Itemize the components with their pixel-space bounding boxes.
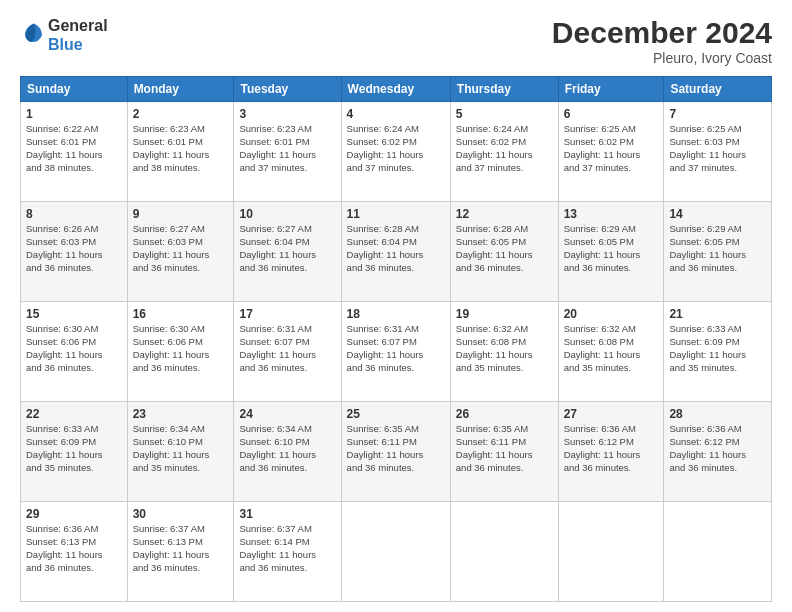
day-detail: Sunrise: 6:32 AM Sunset: 6:08 PM Dayligh…: [456, 323, 553, 374]
calendar-day-cell: 7Sunrise: 6:25 AM Sunset: 6:03 PM Daylig…: [664, 102, 772, 202]
day-detail: Sunrise: 6:27 AM Sunset: 6:03 PM Dayligh…: [133, 223, 229, 274]
calendar-day-cell: 2Sunrise: 6:23 AM Sunset: 6:01 PM Daylig…: [127, 102, 234, 202]
header-monday: Monday: [127, 77, 234, 102]
calendar-day-cell: 5Sunrise: 6:24 AM Sunset: 6:02 PM Daylig…: [450, 102, 558, 202]
header: General Blue December 2024 Pleuro, Ivory…: [20, 16, 772, 66]
day-number: 30: [133, 506, 229, 522]
calendar-day-cell: 13Sunrise: 6:29 AM Sunset: 6:05 PM Dayli…: [558, 202, 664, 302]
day-number: 16: [133, 306, 229, 322]
header-wednesday: Wednesday: [341, 77, 450, 102]
day-detail: Sunrise: 6:25 AM Sunset: 6:03 PM Dayligh…: [669, 123, 766, 174]
empty-cell: [341, 502, 450, 602]
calendar-day-cell: 10Sunrise: 6:27 AM Sunset: 6:04 PM Dayli…: [234, 202, 341, 302]
day-detail: Sunrise: 6:34 AM Sunset: 6:10 PM Dayligh…: [239, 423, 335, 474]
calendar-week-row: 22Sunrise: 6:33 AM Sunset: 6:09 PM Dayli…: [21, 402, 772, 502]
empty-cell: [664, 502, 772, 602]
calendar-day-cell: 24Sunrise: 6:34 AM Sunset: 6:10 PM Dayli…: [234, 402, 341, 502]
calendar-day-cell: 25Sunrise: 6:35 AM Sunset: 6:11 PM Dayli…: [341, 402, 450, 502]
calendar-subtitle: Pleuro, Ivory Coast: [552, 50, 772, 66]
logo-text-line1: General: [48, 16, 108, 35]
logo-text-line2: Blue: [48, 35, 108, 54]
calendar-day-cell: 15Sunrise: 6:30 AM Sunset: 6:06 PM Dayli…: [21, 302, 128, 402]
day-number: 8: [26, 206, 122, 222]
empty-cell: [558, 502, 664, 602]
calendar-day-cell: 9Sunrise: 6:27 AM Sunset: 6:03 PM Daylig…: [127, 202, 234, 302]
day-number: 21: [669, 306, 766, 322]
day-detail: Sunrise: 6:36 AM Sunset: 6:12 PM Dayligh…: [669, 423, 766, 474]
calendar-day-cell: 28Sunrise: 6:36 AM Sunset: 6:12 PM Dayli…: [664, 402, 772, 502]
day-number: 4: [347, 106, 445, 122]
day-number: 20: [564, 306, 659, 322]
day-detail: Sunrise: 6:24 AM Sunset: 6:02 PM Dayligh…: [347, 123, 445, 174]
day-number: 17: [239, 306, 335, 322]
calendar-day-cell: 26Sunrise: 6:35 AM Sunset: 6:11 PM Dayli…: [450, 402, 558, 502]
title-block: December 2024 Pleuro, Ivory Coast: [552, 16, 772, 66]
logo-icon: [22, 21, 46, 45]
calendar-day-cell: 4Sunrise: 6:24 AM Sunset: 6:02 PM Daylig…: [341, 102, 450, 202]
day-number: 26: [456, 406, 553, 422]
page: General Blue December 2024 Pleuro, Ivory…: [0, 0, 792, 612]
calendar-header-row: Sunday Monday Tuesday Wednesday Thursday…: [21, 77, 772, 102]
calendar-day-cell: 19Sunrise: 6:32 AM Sunset: 6:08 PM Dayli…: [450, 302, 558, 402]
day-number: 29: [26, 506, 122, 522]
calendar-day-cell: 30Sunrise: 6:37 AM Sunset: 6:13 PM Dayli…: [127, 502, 234, 602]
day-detail: Sunrise: 6:24 AM Sunset: 6:02 PM Dayligh…: [456, 123, 553, 174]
day-detail: Sunrise: 6:26 AM Sunset: 6:03 PM Dayligh…: [26, 223, 122, 274]
calendar-day-cell: 16Sunrise: 6:30 AM Sunset: 6:06 PM Dayli…: [127, 302, 234, 402]
calendar-day-cell: 1Sunrise: 6:22 AM Sunset: 6:01 PM Daylig…: [21, 102, 128, 202]
calendar-day-cell: 29Sunrise: 6:36 AM Sunset: 6:13 PM Dayli…: [21, 502, 128, 602]
day-detail: Sunrise: 6:23 AM Sunset: 6:01 PM Dayligh…: [133, 123, 229, 174]
header-sunday: Sunday: [21, 77, 128, 102]
day-detail: Sunrise: 6:23 AM Sunset: 6:01 PM Dayligh…: [239, 123, 335, 174]
calendar-day-cell: 3Sunrise: 6:23 AM Sunset: 6:01 PM Daylig…: [234, 102, 341, 202]
header-thursday: Thursday: [450, 77, 558, 102]
day-detail: Sunrise: 6:29 AM Sunset: 6:05 PM Dayligh…: [564, 223, 659, 274]
calendar-day-cell: 12Sunrise: 6:28 AM Sunset: 6:05 PM Dayli…: [450, 202, 558, 302]
day-number: 14: [669, 206, 766, 222]
day-number: 5: [456, 106, 553, 122]
day-detail: Sunrise: 6:30 AM Sunset: 6:06 PM Dayligh…: [26, 323, 122, 374]
day-detail: Sunrise: 6:25 AM Sunset: 6:02 PM Dayligh…: [564, 123, 659, 174]
calendar-title: December 2024: [552, 16, 772, 50]
day-number: 31: [239, 506, 335, 522]
day-number: 18: [347, 306, 445, 322]
day-number: 1: [26, 106, 122, 122]
day-detail: Sunrise: 6:36 AM Sunset: 6:13 PM Dayligh…: [26, 523, 122, 574]
calendar-day-cell: 27Sunrise: 6:36 AM Sunset: 6:12 PM Dayli…: [558, 402, 664, 502]
calendar-table: Sunday Monday Tuesday Wednesday Thursday…: [20, 76, 772, 602]
day-detail: Sunrise: 6:28 AM Sunset: 6:05 PM Dayligh…: [456, 223, 553, 274]
calendar-day-cell: 23Sunrise: 6:34 AM Sunset: 6:10 PM Dayli…: [127, 402, 234, 502]
day-detail: Sunrise: 6:33 AM Sunset: 6:09 PM Dayligh…: [26, 423, 122, 474]
day-detail: Sunrise: 6:28 AM Sunset: 6:04 PM Dayligh…: [347, 223, 445, 274]
day-detail: Sunrise: 6:22 AM Sunset: 6:01 PM Dayligh…: [26, 123, 122, 174]
calendar-day-cell: 14Sunrise: 6:29 AM Sunset: 6:05 PM Dayli…: [664, 202, 772, 302]
calendar-week-row: 15Sunrise: 6:30 AM Sunset: 6:06 PM Dayli…: [21, 302, 772, 402]
calendar-week-row: 8Sunrise: 6:26 AM Sunset: 6:03 PM Daylig…: [21, 202, 772, 302]
calendar-day-cell: 18Sunrise: 6:31 AM Sunset: 6:07 PM Dayli…: [341, 302, 450, 402]
day-detail: Sunrise: 6:36 AM Sunset: 6:12 PM Dayligh…: [564, 423, 659, 474]
day-number: 11: [347, 206, 445, 222]
calendar-day-cell: 22Sunrise: 6:33 AM Sunset: 6:09 PM Dayli…: [21, 402, 128, 502]
calendar-day-cell: 20Sunrise: 6:32 AM Sunset: 6:08 PM Dayli…: [558, 302, 664, 402]
logo: General Blue: [20, 16, 108, 54]
day-number: 28: [669, 406, 766, 422]
day-detail: Sunrise: 6:31 AM Sunset: 6:07 PM Dayligh…: [347, 323, 445, 374]
header-tuesday: Tuesday: [234, 77, 341, 102]
day-number: 25: [347, 406, 445, 422]
header-saturday: Saturday: [664, 77, 772, 102]
day-detail: Sunrise: 6:31 AM Sunset: 6:07 PM Dayligh…: [239, 323, 335, 374]
day-number: 24: [239, 406, 335, 422]
header-friday: Friday: [558, 77, 664, 102]
calendar-day-cell: 17Sunrise: 6:31 AM Sunset: 6:07 PM Dayli…: [234, 302, 341, 402]
day-number: 27: [564, 406, 659, 422]
empty-cell: [450, 502, 558, 602]
calendar-day-cell: 11Sunrise: 6:28 AM Sunset: 6:04 PM Dayli…: [341, 202, 450, 302]
day-detail: Sunrise: 6:32 AM Sunset: 6:08 PM Dayligh…: [564, 323, 659, 374]
day-number: 15: [26, 306, 122, 322]
day-number: 13: [564, 206, 659, 222]
calendar-week-row: 1Sunrise: 6:22 AM Sunset: 6:01 PM Daylig…: [21, 102, 772, 202]
day-detail: Sunrise: 6:27 AM Sunset: 6:04 PM Dayligh…: [239, 223, 335, 274]
calendar-day-cell: 31Sunrise: 6:37 AM Sunset: 6:14 PM Dayli…: [234, 502, 341, 602]
day-detail: Sunrise: 6:29 AM Sunset: 6:05 PM Dayligh…: [669, 223, 766, 274]
calendar-day-cell: 21Sunrise: 6:33 AM Sunset: 6:09 PM Dayli…: [664, 302, 772, 402]
